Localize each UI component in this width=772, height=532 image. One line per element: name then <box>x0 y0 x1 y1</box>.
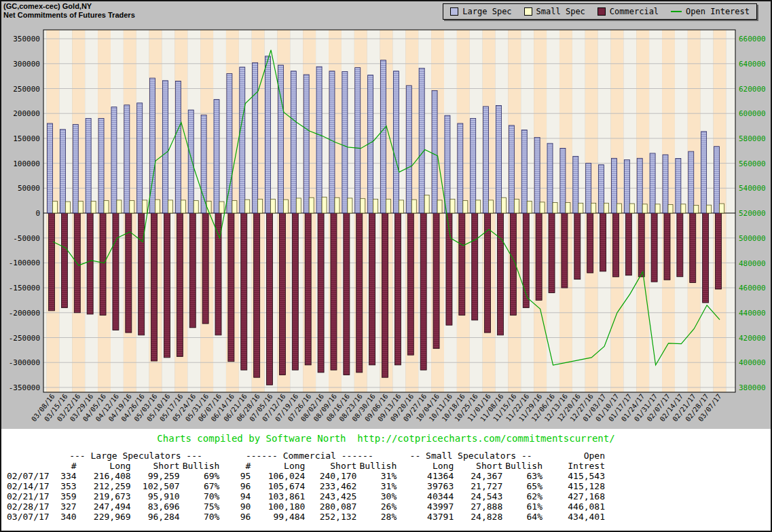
small-spec-bar <box>168 200 172 213</box>
left-axis-tick-label: 250000 <box>13 85 40 94</box>
commercial-bar <box>394 213 401 365</box>
small-spec-bar <box>424 195 429 213</box>
large-spec-bar <box>381 60 386 213</box>
commercial-bar <box>49 213 55 311</box>
table-cell: # <box>51 461 78 471</box>
commercial-bar <box>189 213 196 328</box>
table-cell: 96 <box>221 512 252 522</box>
table-row: 02/14/17353212,259102,50767%96105,674233… <box>5 481 606 491</box>
small-spec-bar <box>399 200 403 213</box>
table-cell: 63% <box>504 471 544 481</box>
small-spec-bar <box>553 203 557 213</box>
table-cell: 240,170 <box>306 471 358 481</box>
small-spec-bar <box>155 200 160 213</box>
left-axis-tick-label: -50000 <box>13 234 40 243</box>
table-cell: Bullish <box>358 461 398 471</box>
table-cell: 83,696 <box>132 501 181 512</box>
table-cell: 43791 <box>398 512 455 522</box>
large-spec-bar <box>111 107 117 213</box>
table-cell: 99,484 <box>252 512 306 522</box>
large-spec-bar <box>162 81 168 213</box>
large-spec-bar <box>406 86 411 213</box>
large-spec-swatch-icon <box>450 7 458 16</box>
small-spec-bar <box>617 204 621 213</box>
commercial-bar <box>625 213 631 276</box>
large-spec-bar <box>265 56 271 213</box>
small-spec-bar <box>91 201 96 213</box>
table-cell: 340 <box>51 512 78 522</box>
large-spec-bar <box>445 115 450 213</box>
right-axis-tick-label: 540000 <box>739 184 766 193</box>
left-axis-tick-label: -250000 <box>9 334 40 343</box>
large-spec-bar <box>137 103 143 213</box>
commercial-bar <box>497 213 503 335</box>
large-spec-bar <box>496 105 501 213</box>
commercial-bar <box>459 213 465 315</box>
small-spec-bar <box>668 205 673 213</box>
table-cell: 24,543 <box>455 491 504 501</box>
large-spec-bar <box>304 75 309 213</box>
table-cell: 24,828 <box>455 512 504 522</box>
table-cell: 41364 <box>398 471 455 481</box>
table-cell: 27,888 <box>455 501 504 512</box>
table-cell: 95,910 <box>132 491 181 501</box>
commercial-bar <box>587 213 593 273</box>
left-axis-tick-label: 350000 <box>13 35 40 43</box>
table-cell: Short <box>455 461 504 471</box>
small-spec-bar <box>117 200 122 213</box>
small-spec-bar <box>476 200 481 213</box>
small-spec-bar <box>489 200 494 213</box>
legend-label: Commercial <box>610 7 659 16</box>
commercial-bar <box>202 213 208 324</box>
small-spec-bar <box>707 205 712 213</box>
right-axis-tick-label: 500000 <box>739 234 766 243</box>
commercial-bar <box>305 213 311 365</box>
large-spec-bar <box>471 119 476 213</box>
small-spec-bar <box>194 201 198 213</box>
small-spec-bar <box>309 197 314 213</box>
table-cell: -- Small Speculators -- <box>398 451 544 461</box>
table-cell: 69% <box>181 471 221 481</box>
large-spec-bar <box>534 137 540 213</box>
legend-item-commercial: Commercial <box>598 7 659 16</box>
net-commitments-chart: -350000-300000-250000-200000-150000-1000… <box>0 0 772 430</box>
table-cell: 02/21/17 <box>5 491 51 501</box>
large-spec-bar <box>355 68 361 213</box>
commercial-bar <box>139 213 145 335</box>
small-spec-bar <box>181 200 185 213</box>
table-cell: Long <box>252 461 306 471</box>
large-spec-bar <box>624 159 629 213</box>
table-cell: 359 <box>51 491 78 501</box>
table-cell: 02/14/17 <box>5 481 51 491</box>
large-spec-bar <box>86 119 91 213</box>
large-spec-bar <box>48 124 53 213</box>
table-cell: Open <box>544 451 606 461</box>
table-cell: 67% <box>181 481 221 491</box>
table-cell: 99,259 <box>132 471 181 481</box>
small-spec-bar <box>78 201 83 213</box>
large-spec-bar <box>650 153 655 213</box>
small-spec-bar <box>540 202 545 213</box>
table-cell: 64% <box>504 512 544 522</box>
table-cell: 105,674 <box>252 481 306 491</box>
table-cell: 280,087 <box>306 501 358 512</box>
commercial-bar <box>331 213 337 370</box>
table-cell: 212,259 <box>78 481 132 491</box>
large-spec-bar <box>676 158 681 213</box>
left-axis-tick-label: -100000 <box>9 259 40 267</box>
table-cell: 252,132 <box>306 512 358 522</box>
right-axis-tick-label: 640000 <box>739 60 766 69</box>
table-cell: 62% <box>504 491 544 501</box>
small-spec-bar <box>143 200 147 213</box>
commercial-bar <box>151 213 158 361</box>
small-spec-bar <box>527 201 532 213</box>
small-spec-bar <box>245 200 250 213</box>
table-cell: Bullish <box>504 461 544 471</box>
large-spec-bar <box>253 62 258 213</box>
large-spec-bar <box>316 66 322 213</box>
small-spec-bar <box>501 197 506 213</box>
commercial-bar <box>100 213 106 315</box>
commercial-bar <box>267 213 273 385</box>
small-spec-bar <box>450 199 455 213</box>
commercial-bar <box>485 213 491 332</box>
